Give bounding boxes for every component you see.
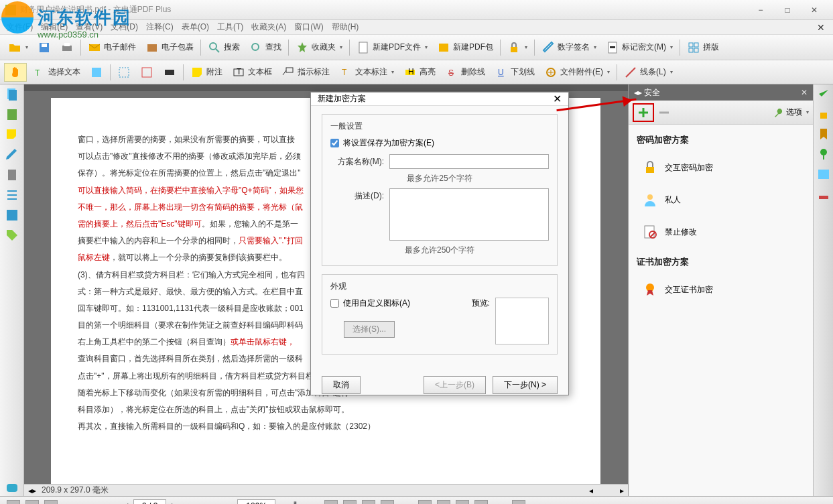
continuous-facing-button[interactable] — [474, 500, 488, 505]
search-button[interactable]: 搜索 — [204, 39, 244, 56]
last-page-button[interactable]: ⏭ — [183, 501, 191, 505]
first-page-button[interactable]: ⏮ — [109, 501, 117, 505]
tile-button[interactable]: 拼版 — [683, 39, 723, 56]
continuous-button[interactable] — [437, 500, 450, 505]
menu-favorites[interactable]: 收藏夹(A) — [249, 21, 289, 33]
menubar: 文件(F) 编辑(E) 查看(V) 文档(D) 注释(C) 表单(O) 工具(T… — [0, 20, 833, 35]
tags-icon[interactable] — [5, 228, 19, 243]
underline-tool[interactable]: U下划线 — [491, 64, 539, 81]
add-scheme-button[interactable] — [633, 103, 654, 122]
single-page-button[interactable] — [418, 500, 432, 505]
menu-form[interactable]: 表单(O) — [179, 21, 212, 33]
status-view2[interactable] — [25, 500, 39, 505]
page-field[interactable]: 3 / 3 — [133, 499, 166, 505]
zoom-out-button[interactable]: ➖ — [222, 501, 232, 505]
outline-icon[interactable] — [5, 188, 19, 202]
security-icon[interactable] — [817, 107, 830, 121]
maximize-button[interactable]: □ — [774, 3, 801, 17]
pages-icon[interactable] — [5, 87, 19, 102]
next-step-button[interactable]: 下一步(N) > — [493, 376, 558, 394]
menu-edit[interactable]: 编辑(E) — [38, 21, 70, 33]
menu-comment[interactable]: 注释(C) — [143, 21, 176, 33]
file-attachment-tool[interactable]: 文件附件(E)▾ — [540, 64, 614, 81]
minimize-button[interactable]: − — [747, 3, 774, 17]
lock-button[interactable]: ▾ — [503, 39, 531, 56]
zoom-field[interactable]: 109% — [237, 499, 275, 505]
status-view1[interactable] — [7, 500, 20, 505]
image-icon[interactable] — [817, 168, 830, 181]
fit-width-button[interactable] — [324, 500, 338, 505]
highlight-tool[interactable]: H高亮 — [399, 64, 440, 81]
strikethrough-tool[interactable]: S删除线 — [441, 64, 489, 81]
prev-page-button[interactable]: ◀ — [122, 501, 128, 505]
redact-tool[interactable] — [159, 64, 180, 81]
layers-icon[interactable] — [5, 208, 19, 223]
scheme-desc-input[interactable] — [389, 188, 549, 241]
rotate-ccw-button[interactable] — [362, 500, 375, 505]
mark-secret-button[interactable]: 标记密文(M)▾ — [602, 39, 677, 56]
scheme-name-input[interactable] — [389, 154, 549, 169]
line-tool[interactable]: 线条(L)▾ — [620, 64, 677, 81]
crop-tool[interactable] — [113, 64, 135, 81]
epackage-button[interactable]: 电子包裹 — [141, 39, 198, 56]
stamp-icon[interactable] — [817, 188, 830, 201]
check-icon[interactable] — [817, 87, 830, 101]
panel-close-icon[interactable]: ✕ — [801, 88, 808, 97]
svg-rect-18 — [92, 68, 101, 77]
textbox-tool[interactable]: T文本框 — [228, 64, 276, 81]
svg-rect-1 — [42, 44, 47, 47]
menu-view[interactable]: 查看(V) — [73, 21, 105, 33]
bookmark-icon[interactable] — [817, 127, 830, 141]
menu-document[interactable]: 文档(D) — [108, 21, 141, 33]
edit-icon[interactable] — [5, 147, 19, 162]
fit-page-button[interactable] — [343, 500, 357, 505]
fullscreen-button[interactable] — [512, 500, 525, 505]
select-text-tool[interactable]: T选择文本 — [28, 64, 84, 81]
options-button[interactable]: 选项▾ — [773, 107, 809, 118]
svg-rect-21 — [165, 70, 174, 75]
close-button[interactable]: ✕ — [801, 3, 828, 17]
status-view3[interactable] — [44, 500, 58, 505]
snapshot-tool[interactable] — [86, 64, 107, 81]
new-pdf-button[interactable]: 新建PDF文件▾ — [353, 39, 432, 56]
sign-button[interactable]: 数字签名▾ — [537, 39, 600, 56]
callout-tool[interactable]: 指示标注 — [277, 64, 334, 81]
mdi-close-icon[interactable]: ✕ — [814, 22, 828, 33]
dialog-close-icon[interactable]: ✕ — [553, 92, 562, 105]
save-as-scheme-checkbox[interactable] — [330, 139, 339, 147]
scheme-no-modify[interactable]: 禁止修改 — [637, 221, 805, 243]
rotate-cw-button[interactable] — [381, 500, 394, 505]
chat-icon[interactable] — [5, 481, 19, 496]
svg-text:T: T — [35, 68, 40, 78]
scheme-interactive-password[interactable]: 交互密码加密 — [637, 157, 805, 178]
menu-tools[interactable]: 工具(T) — [214, 21, 246, 33]
panel-header: ◂▸ 安全 ✕ — [629, 84, 813, 101]
menu-window[interactable]: 窗口(W) — [292, 21, 326, 33]
find-button[interactable]: 查找 — [245, 39, 285, 56]
cancel-button[interactable]: 取消 — [322, 376, 361, 394]
attachments-icon[interactable] — [5, 168, 19, 182]
next-page-button[interactable]: ▶ — [172, 501, 178, 505]
textmark-tool[interactable]: T文本标注▾ — [335, 64, 398, 81]
open-button[interactable]: ▾ — [4, 39, 32, 56]
menu-help[interactable]: 帮助(H) — [329, 21, 362, 33]
menu-file[interactable]: 文件(F) — [4, 21, 36, 33]
email-button[interactable]: 电子邮件 — [84, 39, 140, 56]
scheme-interactive-cert[interactable]: 交互证书加密 — [637, 279, 805, 300]
hand-tool[interactable] — [4, 63, 27, 82]
print-button[interactable] — [56, 39, 78, 56]
pin-icon[interactable] — [817, 147, 830, 161]
delete-scheme-button[interactable] — [658, 107, 670, 119]
favorites-button[interactable]: 收藏夹▾ — [292, 39, 346, 56]
link-tool[interactable] — [136, 64, 157, 81]
new-pdf-package-button[interactable]: 新建PDF包 — [433, 39, 497, 56]
custom-icon-checkbox[interactable] — [330, 299, 339, 308]
comments-icon[interactable] — [5, 127, 19, 142]
note-tool[interactable]: 附注 — [186, 64, 227, 81]
bookmarks-icon[interactable] — [5, 107, 19, 122]
facing-button[interactable] — [456, 500, 469, 505]
save-button[interactable] — [34, 39, 55, 56]
scheme-private[interactable]: 私人 — [637, 189, 805, 210]
zoom-in-button[interactable]: ➕ — [290, 501, 300, 505]
horizontal-scroll[interactable]: ◂▸209.9 x 297.0 毫米 ◂▸ — [24, 484, 628, 496]
